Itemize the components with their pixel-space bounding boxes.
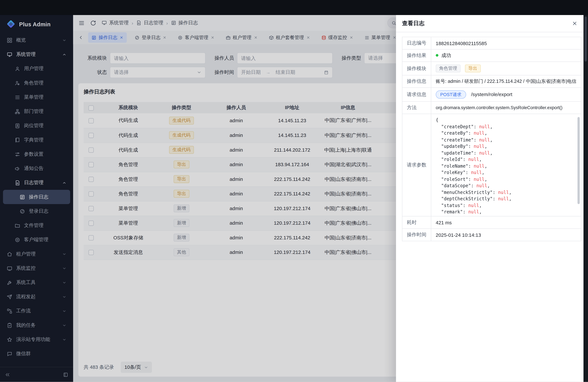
field-label: 请求信息: [402, 87, 431, 102]
duration-value: 421 ms: [431, 216, 581, 229]
detail-row-params: 请求参数 { "createDept": null, "createBy": n…: [402, 114, 581, 216]
code-line: "roleId": null,: [436, 156, 576, 163]
page-scrollbar[interactable]: [583, 15, 588, 382]
detail-row-result: 操作结果 成功: [402, 49, 581, 62]
code-line: "createTime": null,: [436, 137, 576, 143]
field-label: 操作时间: [402, 229, 431, 241]
view-log-drawer: 查看日志 日志编号 1882612840802115585 操作结果 成功 操作…: [396, 15, 583, 382]
page-scrollbar-thumb[interactable]: [585, 17, 587, 62]
operation-info-value: 账号: admin / 研发部门 / 222.175.114.242 / 中国|…: [431, 75, 581, 87]
detail-row-request: 请求信息 POST请求 /system/role/export: [402, 87, 581, 102]
module-tag: 角色管理: [436, 64, 461, 72]
log-detail-table: 日志编号 1882612840802115585 操作结果 成功 操作模块 角色…: [402, 37, 581, 241]
result-value: 成功: [441, 52, 451, 58]
code-line: "roleName": null,: [436, 163, 576, 170]
request-params-code: { "createDept": null, "createBy": null, …: [431, 114, 581, 216]
code-line: "createDept": null,: [436, 124, 576, 130]
code-line: "createBy": null,: [436, 130, 576, 137]
detail-row-info: 操作信息 账号: admin / 研发部门 / 222.175.114.242 …: [402, 75, 581, 87]
request-url: /system/role/export: [471, 91, 512, 97]
method-value: org.dromara.system.controller.system.Sys…: [431, 102, 581, 114]
drawer-body: 日志编号 1882612840802115585 操作结果 成功 操作模块 角色…: [396, 32, 583, 246]
detail-row-log-id: 日志编号 1882612840802115585: [402, 37, 581, 49]
code-line: "deptCheckStrictly": null,: [436, 196, 576, 202]
field-label: 操作结果: [402, 49, 431, 62]
field-label: 耗时: [402, 216, 431, 229]
field-label: 日志编号: [402, 37, 431, 49]
code-line: {: [436, 117, 576, 124]
code-line: "dataScope": null,: [436, 183, 576, 189]
field-label: 操作信息: [402, 75, 431, 87]
log-id-value: 1882612840802115585: [431, 37, 581, 49]
code-line: "roleKey": null,: [436, 170, 576, 176]
success-dot-icon: [436, 54, 438, 57]
field-label: 请求参数: [402, 114, 431, 216]
detail-row-method: 方法 org.dromara.system.controller.system.…: [402, 102, 581, 114]
action-tag: 导出: [465, 64, 481, 72]
code-scrollbar-thumb[interactable]: [577, 117, 580, 204]
code-line: "roleSort": null,: [436, 176, 576, 183]
detail-row-module: 操作模块 角色管理 导出: [402, 62, 581, 75]
drawer-header: 查看日志: [396, 15, 583, 32]
window-chrome: [0, 0, 588, 15]
field-label: 操作模块: [402, 62, 431, 75]
drawer-title: 查看日志: [402, 20, 424, 27]
code-line: "status": null,: [436, 202, 576, 209]
post-method-tag: POST请求: [436, 90, 466, 99]
time-value: 2025-01-24 10:14:13: [431, 229, 581, 241]
code-line: "menuCheckStrictly": null,: [436, 189, 576, 196]
code-line: "updateTime": null,: [436, 150, 576, 156]
drawer-close-icon[interactable]: [572, 21, 577, 26]
detail-row-duration: 耗时 421 ms: [402, 216, 581, 229]
field-label: 方法: [402, 102, 431, 114]
detail-row-time: 操作时间 2025-01-24 10:14:13: [402, 229, 581, 241]
screen: Plus Admin 概览系统管理用户管理角色管理菜单管理部门管理岗位管理字典管…: [0, 0, 588, 382]
code-line: "remark": null,: [436, 209, 576, 215]
code-line: "updateBy": null,: [436, 143, 576, 150]
